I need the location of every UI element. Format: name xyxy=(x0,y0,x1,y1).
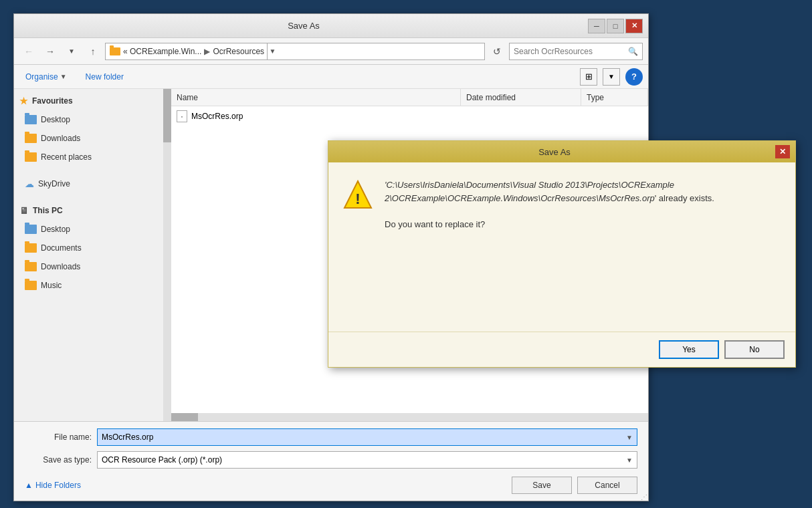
desktop2-folder-icon xyxy=(25,225,37,234)
save-type-select[interactable]: OCR Resource Pack (.orp) (*.orp) ▼ xyxy=(97,451,637,469)
downloads2-label: Downloads xyxy=(41,262,80,271)
favourites-section: ★ Favourites Desktop Downloads Recent pl… xyxy=(14,89,163,169)
savetype-row: Save as type: OCR Resource Pack (.orp) (… xyxy=(25,451,637,469)
hide-folders-label: Hide Folders xyxy=(35,481,81,490)
sidebar-item-desktop[interactable]: Desktop xyxy=(14,110,163,129)
sidebar-item-downloads2[interactable]: Downloads xyxy=(14,257,163,276)
file-name: MsOcrRes.orp xyxy=(191,112,243,121)
search-icon: 🔍 xyxy=(628,47,638,56)
close-button[interactable]: ✕ xyxy=(625,19,643,33)
sidebar-item-skydrive[interactable]: ☁ SkyDrive xyxy=(14,174,163,193)
organise-label: Organise xyxy=(25,72,58,82)
sidebar-scrollbar-thumb xyxy=(163,89,171,142)
address-bar: ← → ▼ ↑ « OCRExample.Win... ▶ OcrResourc… xyxy=(14,38,648,65)
minimize-button[interactable]: ─ xyxy=(588,19,605,33)
col-date-header[interactable]: Date modified xyxy=(461,89,581,106)
save-button[interactable]: Save xyxy=(512,477,572,494)
downloads-label: Downloads xyxy=(41,134,80,143)
this-pc-label: This PC xyxy=(33,206,63,215)
view-dropdown-button[interactable]: ▼ xyxy=(603,68,620,86)
main-title-bar: Save As ─ □ ✕ xyxy=(14,14,648,38)
filename-dropdown-arrow[interactable]: ▼ xyxy=(626,434,633,441)
main-dialog-title: Save As xyxy=(19,21,588,31)
documents-folder-icon xyxy=(25,243,37,253)
file-name-input[interactable]: MsOcrRes.orp ▼ xyxy=(97,428,637,446)
sidebar-item-desktop2[interactable]: Desktop xyxy=(14,220,163,239)
search-input[interactable] xyxy=(514,47,625,56)
file-item-msocrres[interactable]: ▪ MsOcrRes.orp xyxy=(171,109,648,124)
col-type-header[interactable]: Type xyxy=(581,89,648,106)
forward-button[interactable]: → xyxy=(41,43,60,60)
view-icon: ⊞ xyxy=(585,72,593,82)
path-prefix-text: « OCRExample.Win... xyxy=(123,47,201,56)
confirm-message: 'C:\Users\IrisDaniela\Documents\Visual S… xyxy=(385,178,782,231)
path-arrow-icon: ▶ xyxy=(204,47,210,56)
confirm-close-button[interactable]: ✕ xyxy=(775,145,790,158)
confirm-body: ! 'C:\Users\IrisDaniela\Documents\Visual… xyxy=(328,162,795,332)
music-folder-icon xyxy=(25,281,37,290)
up-button[interactable]: ↑ xyxy=(84,43,102,60)
confirm-dialog: Save As ✕ ! 'C:\Users\IrisDaniela\Docume… xyxy=(328,140,796,368)
bottom-section: File name: MsOcrRes.orp ▼ Save as type: … xyxy=(14,421,648,501)
sidebar-container: ★ Favourites Desktop Downloads Recent pl… xyxy=(14,89,171,421)
save-type-value: OCR Resource Pack (.orp) (*.orp) xyxy=(102,455,222,465)
help-button[interactable]: ? xyxy=(625,68,643,86)
confirm-path-text: 'C:\Users\IrisDaniela\Documents\Visual S… xyxy=(385,180,674,203)
skydrive-label: SkyDrive xyxy=(38,179,70,188)
file-name-value: MsOcrRes.orp xyxy=(102,432,153,442)
sidebar-item-documents[interactable]: Documents xyxy=(14,239,163,257)
organise-chevron: ▼ xyxy=(60,73,67,80)
confirm-buttons: Yes No xyxy=(328,332,795,367)
toolbar: Organise ▼ New folder ⊞ ▼ ? xyxy=(14,65,648,89)
resize-grip[interactable]: ⋰ xyxy=(640,493,648,501)
address-path-box[interactable]: « OCRExample.Win... ▶ OcrResources ▼ xyxy=(105,43,485,60)
col-date-label: Date modified xyxy=(466,93,516,102)
refresh-button[interactable]: ↺ xyxy=(488,43,506,60)
no-button[interactable]: No xyxy=(724,340,785,359)
warning-icon: ! xyxy=(342,178,374,211)
file-list-header: Name Date modified Type xyxy=(171,89,648,106)
path-location-text: OcrResources xyxy=(213,47,264,56)
star-icon: ★ xyxy=(19,96,28,106)
action-row: ▲ Hide Folders Save Cancel xyxy=(25,474,637,494)
desktop-folder-icon xyxy=(25,115,37,124)
new-folder-label: New folder xyxy=(86,72,124,82)
hscroll-thumb xyxy=(171,413,198,421)
maximize-button[interactable]: □ xyxy=(607,19,624,33)
horizontal-scrollbar[interactable] xyxy=(171,413,648,421)
cancel-button[interactable]: Cancel xyxy=(577,477,637,494)
hide-folders-arrow: ▲ xyxy=(25,481,33,490)
confirm-replace-question: Do you want to replace it? xyxy=(385,219,485,229)
folder-icon-address xyxy=(110,47,120,55)
confirm-already-exists: ' already exists. xyxy=(655,193,714,203)
view-button[interactable]: ⊞ xyxy=(580,68,597,86)
hide-folders-button[interactable]: ▲ Hide Folders xyxy=(25,481,81,490)
filename-row: File name: MsOcrRes.orp ▼ xyxy=(25,428,637,446)
address-dropdown-arrow[interactable]: ▼ xyxy=(267,43,278,60)
file-name-label: File name: xyxy=(25,432,92,442)
help-icon: ? xyxy=(631,72,637,82)
search-box: 🔍 xyxy=(509,43,643,60)
downloads2-folder-icon xyxy=(25,262,37,271)
col-name-label: Name xyxy=(177,93,198,102)
new-folder-button[interactable]: New folder xyxy=(78,68,131,86)
sidebar-scrollbar[interactable] xyxy=(163,89,171,421)
sidebar-item-recent-places[interactable]: Recent places xyxy=(14,148,163,166)
save-type-arrow: ▼ xyxy=(626,457,633,464)
sidebar-divider-1 xyxy=(14,169,163,174)
hide-folders-container: ▲ Hide Folders xyxy=(25,481,506,490)
organise-button[interactable]: Organise ▼ xyxy=(19,68,73,86)
this-pc-section: 🖥 This PC Desktop Documents Downloads xyxy=(14,199,163,297)
col-name-header[interactable]: Name xyxy=(171,89,461,106)
back-button[interactable]: ← xyxy=(19,43,38,60)
col-type-label: Type xyxy=(587,93,604,102)
this-pc-header: 🖥 This PC xyxy=(14,201,163,220)
dropdown-arrow-nav[interactable]: ▼ xyxy=(62,43,81,60)
sidebar-item-music[interactable]: Music xyxy=(14,276,163,295)
yes-button[interactable]: Yes xyxy=(659,340,719,359)
downloads-folder-icon xyxy=(25,134,37,143)
sidebar-item-downloads[interactable]: Downloads xyxy=(14,129,163,148)
music-label: Music xyxy=(41,281,62,290)
confirm-title-text: Save As xyxy=(334,147,775,157)
title-controls: ─ □ ✕ xyxy=(588,19,643,33)
